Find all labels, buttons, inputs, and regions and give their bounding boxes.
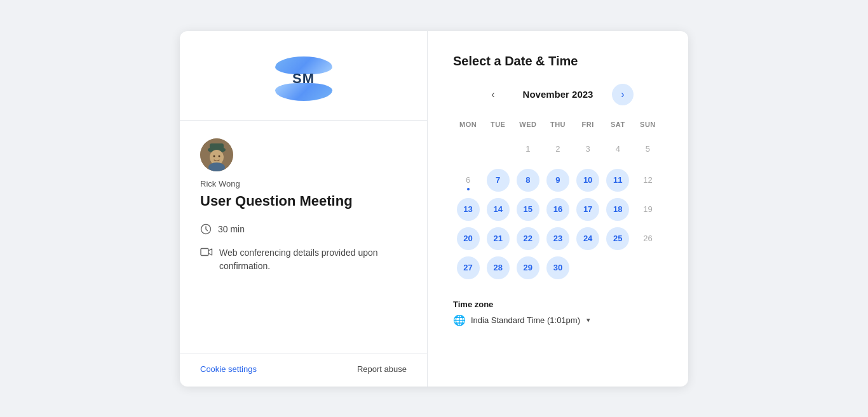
day-cell: 6 xyxy=(453,166,483,195)
conference-text: Web conferencing details provided upon c… xyxy=(219,246,407,273)
day-cell: 4 xyxy=(603,135,633,166)
day-header-wed: WED xyxy=(513,117,543,135)
globe-icon: 🌐 xyxy=(453,314,466,326)
day-cell-21[interactable]: 21 xyxy=(483,224,513,253)
logo-section: SM xyxy=(180,31,427,121)
day-cell-7[interactable]: 7 xyxy=(483,166,513,195)
day-cell: 12 xyxy=(633,166,663,195)
day-cell-18[interactable]: 18 xyxy=(603,195,633,224)
day-cell-14[interactable]: 14 xyxy=(483,195,513,224)
svg-point-5 xyxy=(219,155,220,157)
day-header-thu: THU xyxy=(543,117,573,135)
timezone-chevron-icon: ▾ xyxy=(587,316,590,324)
day-cell-25[interactable]: 25 xyxy=(603,224,633,253)
svg-rect-8 xyxy=(201,249,208,256)
booking-card: SM xyxy=(180,31,688,387)
calendar-grid: MON TUE WED THU FRI SAT SUN 1 2 3 4 5 6 … xyxy=(453,117,663,284)
timezone-selector[interactable]: 🌐 India Standard Time (1:01pm) ▾ xyxy=(453,314,663,326)
report-abuse-link[interactable]: Report abuse xyxy=(357,364,407,374)
day-cell-10[interactable]: 10 xyxy=(573,166,603,195)
user-name: Rick Wong xyxy=(200,179,407,189)
next-month-button[interactable]: › xyxy=(612,84,634,105)
cookie-settings-link[interactable]: Cookie settings xyxy=(200,364,257,374)
day-cell xyxy=(483,135,513,166)
day-cell-30[interactable]: 30 xyxy=(543,253,573,284)
logo-initials: SM xyxy=(292,70,315,87)
user-row xyxy=(200,138,407,171)
day-cell: 19 xyxy=(633,195,663,224)
day-cell xyxy=(573,253,603,284)
day-cell: 3 xyxy=(573,135,603,166)
day-cell: 2 xyxy=(543,135,573,166)
day-header-fri: FRI xyxy=(573,117,603,135)
day-cell: 1 xyxy=(513,135,543,166)
day-header-mon: MON xyxy=(453,117,483,135)
day-cell-13[interactable]: 13 xyxy=(453,195,483,224)
left-panel: SM xyxy=(180,31,428,387)
brand-logo: SM xyxy=(275,56,332,101)
day-header-sat: SAT xyxy=(603,117,633,135)
avatar xyxy=(200,138,233,171)
conference-row: Web conferencing details provided upon c… xyxy=(200,246,407,273)
clock-icon xyxy=(200,223,212,237)
calendar-nav: ‹ November 2023 › xyxy=(453,84,663,105)
meeting-info-section: Rick Wong User Question Meeting 30 min xyxy=(180,121,427,354)
timezone-value: India Standard Time (1:01pm) xyxy=(471,315,580,325)
timezone-label: Time zone xyxy=(453,300,663,309)
timezone-section: Time zone 🌐 India Standard Time (1:01pm)… xyxy=(453,300,663,326)
day-cell-24[interactable]: 24 xyxy=(573,224,603,253)
day-cell-11[interactable]: 11 xyxy=(603,166,633,195)
day-cell: 26 xyxy=(633,224,663,253)
day-cell-23[interactable]: 23 xyxy=(543,224,573,253)
day-cell-27[interactable]: 27 xyxy=(453,253,483,284)
video-icon xyxy=(200,247,213,260)
prev-month-button[interactable]: ‹ xyxy=(482,84,504,105)
month-label: November 2023 xyxy=(517,89,599,100)
day-cell xyxy=(633,253,663,284)
bottom-links: Cookie settings Report abuse xyxy=(180,354,427,387)
day-cell: 5 xyxy=(633,135,663,166)
day-cell-29[interactable]: 29 xyxy=(513,253,543,284)
day-cell-8[interactable]: 8 xyxy=(513,166,543,195)
day-cell-17[interactable]: 17 xyxy=(573,195,603,224)
day-header-tue: TUE xyxy=(483,117,513,135)
day-cell-22[interactable]: 22 xyxy=(513,224,543,253)
right-panel: Select a Date & Time ‹ November 2023 › M… xyxy=(428,31,688,387)
day-cell-20[interactable]: 20 xyxy=(453,224,483,253)
day-cell xyxy=(603,253,633,284)
svg-point-4 xyxy=(214,155,215,157)
day-cell-16[interactable]: 16 xyxy=(543,195,573,224)
day-cell-9[interactable]: 9 xyxy=(543,166,573,195)
section-title: Select a Date & Time xyxy=(453,54,663,69)
day-header-sun: SUN xyxy=(633,117,663,135)
avatar-image xyxy=(200,138,233,171)
day-cell-15[interactable]: 15 xyxy=(513,195,543,224)
day-cell xyxy=(453,135,483,166)
duration-row: 30 min xyxy=(200,223,407,237)
duration-text: 30 min xyxy=(218,223,245,236)
meeting-title: User Question Meeting xyxy=(200,192,407,211)
day-cell-28[interactable]: 28 xyxy=(483,253,513,284)
